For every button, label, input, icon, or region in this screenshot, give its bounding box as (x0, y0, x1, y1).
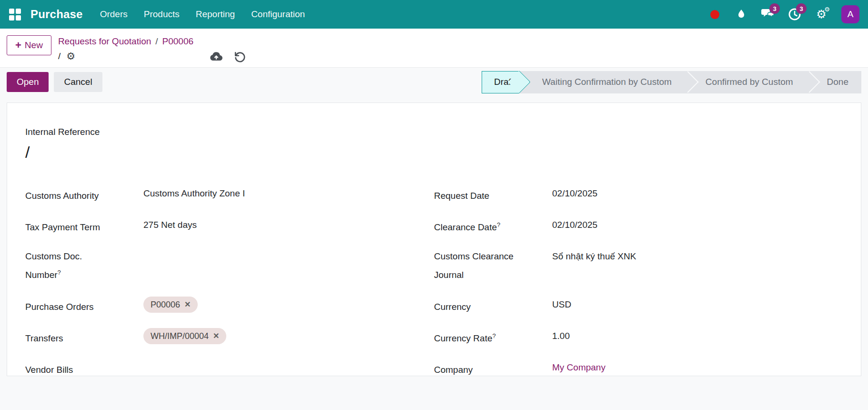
record-title: / (58, 51, 61, 62)
app-name[interactable]: Purchase (30, 8, 83, 21)
customs-clearance-journal-value[interactable]: Sổ nhật ký thuế XNK (552, 248, 636, 283)
clearance-date-value[interactable]: 02/10/2025 (552, 217, 597, 236)
form-sheet: Internal Reference / Customs Authority C… (7, 102, 861, 376)
remove-tag-icon[interactable]: ✕ (184, 298, 191, 311)
breadcrumb: Requests for Quotation / P00006 (58, 35, 246, 48)
menu-products[interactable]: Products (144, 9, 180, 20)
tax-payment-term-value[interactable]: 275 Net days (143, 217, 197, 236)
field-transfers: Transfers WH/IMP/00004 ✕ (25, 328, 434, 347)
field-currency-rate: Currency Rate? 1.00 (434, 328, 843, 347)
droplet-icon[interactable] (735, 8, 748, 21)
step-done[interactable]: Done (806, 71, 861, 93)
menu-reporting[interactable]: Reporting (196, 9, 235, 20)
messages-badge: 3 (769, 3, 780, 14)
step-draft[interactable]: Draft (482, 71, 519, 93)
internal-reference-label: Internal Reference (25, 127, 843, 137)
menu-orders[interactable]: Orders (100, 9, 128, 20)
currency-rate-value[interactable]: 1.00 (552, 328, 570, 347)
step-confirmed[interactable]: Confirmed by Custom (685, 71, 806, 93)
field-company: Company My Company (434, 359, 843, 376)
breadcrumb-current: P00006 (162, 35, 194, 48)
actions-gear-icon[interactable]: ⚙ (66, 51, 75, 61)
statusbar: Open Cancel Draft Waiting Confirmation b… (0, 67, 868, 97)
discard-undo-icon[interactable] (233, 50, 246, 62)
form-left-column: Customs Authority Customs Authority Zone… (25, 185, 434, 376)
field-purchase-orders: Purchase Orders P00006 ✕ (25, 297, 434, 315)
step-waiting-confirmation[interactable]: Waiting Confirmation by Custom (519, 71, 685, 93)
settings-gears-icon[interactable]: ⚙ ⚙ (815, 8, 828, 21)
unsaved-indicator (210, 50, 246, 62)
save-cloud-icon[interactable] (210, 51, 223, 62)
status-pipeline: Draft Waiting Confirmation by Custom Con… (482, 71, 861, 93)
messages-icon[interactable]: 3 (761, 8, 775, 21)
activities-badge: 3 (796, 3, 807, 14)
field-vendor-bills: Vendor Bills (25, 359, 434, 376)
field-request-date: Request Date 02/10/2025 (434, 185, 843, 204)
field-clearance-date: Clearance Date? 02/10/2025 (434, 217, 843, 236)
customs-authority-value[interactable]: Customs Authority Zone I (143, 185, 245, 204)
cancel-button[interactable]: Cancel (54, 72, 102, 92)
top-navbar: Purchase Orders Products Reporting Confi… (0, 0, 868, 29)
new-button[interactable]: + New (7, 35, 51, 55)
menu-configuration[interactable]: Configuration (251, 9, 305, 20)
plus-icon: + (15, 40, 21, 51)
remove-tag-icon[interactable]: ✕ (213, 330, 219, 342)
control-panel: + New Requests for Quotation / P00006 / … (0, 29, 868, 67)
field-customs-authority: Customs Authority Customs Authority Zone… (25, 185, 434, 204)
user-avatar[interactable]: A (841, 5, 859, 23)
company-link[interactable]: My Company (552, 359, 606, 376)
currency-value[interactable]: USD (552, 297, 571, 315)
breadcrumb-parent[interactable]: Requests for Quotation (58, 35, 151, 48)
form-right-column: Request Date 02/10/2025 Clearance Date? … (434, 185, 843, 376)
request-date-value[interactable]: 02/10/2025 (552, 185, 597, 204)
purchase-order-tag[interactable]: P00006 ✕ (143, 297, 198, 313)
field-currency: Currency USD (434, 297, 843, 315)
open-button[interactable]: Open (7, 72, 49, 92)
activities-clock-icon[interactable]: 3 (788, 8, 801, 21)
transfer-tag[interactable]: WH/IMP/00004 ✕ (143, 328, 226, 344)
field-customs-clearance-journal: Customs Clearance Journal Sổ nhật ký thu… (434, 248, 843, 283)
field-tax-payment-term: Tax Payment Term 275 Net days (25, 217, 434, 236)
apps-menu-icon[interactable] (7, 6, 23, 22)
recording-indicator-icon (708, 8, 721, 21)
field-customs-doc-number: Customs Doc. Number? (25, 248, 434, 283)
internal-reference-value[interactable]: / (25, 143, 843, 162)
breadcrumb-separator: / (155, 35, 158, 48)
